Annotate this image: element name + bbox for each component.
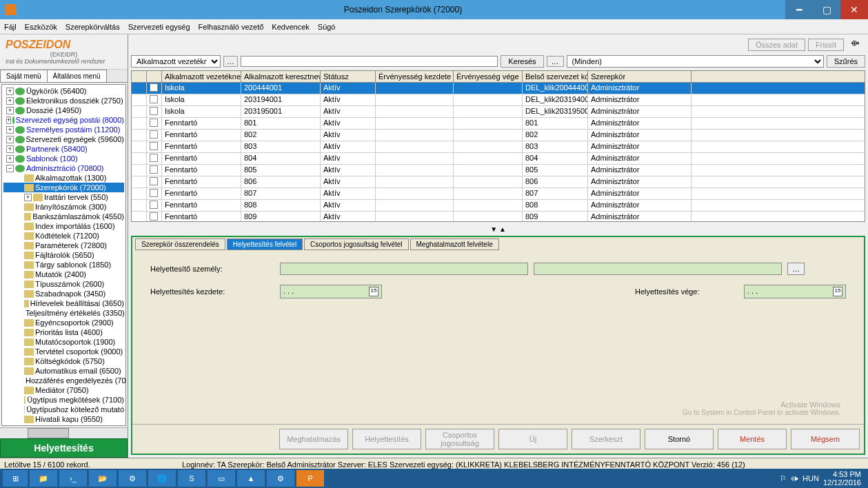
menu-fájl[interactable]: Fájl bbox=[4, 23, 17, 31]
table-row[interactable]: Fenntartó802Aktív802Adminisztrátor bbox=[132, 130, 865, 141]
uj-button[interactable]: Új bbox=[498, 429, 567, 449]
table-row[interactable]: Fenntartó801Aktív801Adminisztrátor bbox=[132, 118, 865, 130]
taskbar-folder[interactable]: 📂 bbox=[89, 470, 117, 487]
row-checkbox[interactable] bbox=[150, 154, 158, 162]
tree-item[interactable]: Szabadnapok (3450) bbox=[3, 289, 124, 298]
col-header[interactable]: Érvényesség vége bbox=[454, 71, 523, 82]
taskbar-app5[interactable]: ▲ bbox=[237, 470, 265, 487]
table-row[interactable]: Fenntartó807Aktív807Adminisztrátor bbox=[132, 188, 865, 200]
tab-sajat-menu[interactable]: Saját menü bbox=[0, 70, 48, 82]
tree-item[interactable]: +Ügykörök (56400) bbox=[3, 86, 124, 96]
tree-item[interactable]: +Partnerek (58400) bbox=[3, 144, 124, 154]
start-button[interactable]: ⊞ bbox=[3, 470, 28, 487]
tree-item[interactable]: +Sablonok (100) bbox=[3, 154, 124, 163]
tree-item[interactable]: +Elektronikus dossziék (2750) bbox=[3, 96, 124, 105]
tree-scrollbar[interactable] bbox=[0, 427, 128, 438]
menu-felhasználó vezető[interactable]: Felhasználó vezető bbox=[199, 23, 264, 31]
tray-network-icon[interactable]: 🕪 bbox=[791, 474, 798, 482]
taskbar-explorer[interactable]: 📁 bbox=[30, 470, 57, 487]
tree-item[interactable]: −Adminisztráció (70800) bbox=[3, 163, 124, 173]
row-checkbox[interactable] bbox=[150, 142, 158, 150]
taskbar-app1[interactable]: ⚙ bbox=[119, 470, 146, 487]
row-checkbox[interactable] bbox=[150, 201, 158, 209]
expand-icon[interactable]: + bbox=[6, 116, 11, 124]
pin-icon[interactable]: ⟴ bbox=[847, 39, 864, 51]
tree-item[interactable]: +Személyes postáim (11200) bbox=[3, 125, 124, 134]
tab-helyettesites-felvetel[interactable]: Helyettesítés felvétel bbox=[227, 238, 303, 250]
meghatalmazas-button[interactable]: Meghatalmazás bbox=[279, 429, 348, 449]
calendar-icon[interactable]: 15 bbox=[369, 287, 379, 296]
tree-item[interactable]: Költségkódok (5750) bbox=[3, 356, 124, 366]
table-row[interactable]: Iskola203195001AktívDEL_klik203195001Adm… bbox=[132, 106, 865, 118]
tab-altalanos-menu[interactable]: Általános menü bbox=[47, 70, 107, 82]
menu-szerepkörváltás[interactable]: Szerepkörváltás bbox=[65, 23, 120, 31]
col-header[interactable]: Érvényesség kezdete bbox=[376, 71, 454, 82]
expand-icon[interactable]: + bbox=[6, 107, 14, 114]
csoportos-jog-button[interactable]: Csoportos jogosultság bbox=[425, 429, 494, 449]
row-checkbox[interactable] bbox=[150, 212, 158, 221]
tree-item[interactable]: Főnyilvántartó (13300) bbox=[3, 424, 124, 426]
tree-item[interactable]: +Dosszié (14950) bbox=[3, 105, 124, 115]
person-lookup-button[interactable]: … bbox=[787, 263, 805, 275]
data-grid[interactable]: Alkalmazott vezetékneveAlkalmazott keres… bbox=[131, 70, 865, 222]
osszes-adat-button[interactable]: Összes adat bbox=[748, 39, 805, 51]
row-checkbox[interactable] bbox=[150, 165, 158, 174]
table-row[interactable]: Fenntartó806Aktív806Adminisztrátor bbox=[132, 176, 865, 188]
menu-eszközök[interactable]: Eszközök bbox=[25, 23, 57, 31]
tree-item[interactable]: Bankszámlaszámok (4550) bbox=[3, 212, 124, 221]
col-header[interactable]: Szerepkör bbox=[588, 71, 692, 82]
expand-icon[interactable]: − bbox=[6, 165, 14, 172]
row-checkbox[interactable] bbox=[150, 107, 158, 115]
expand-icon[interactable]: + bbox=[6, 126, 14, 134]
row-checkbox[interactable] bbox=[150, 119, 158, 127]
close-button[interactable]: ✕ bbox=[840, 0, 868, 19]
expand-icon[interactable]: + bbox=[6, 97, 14, 105]
tree-item[interactable]: Paraméterek (72800) bbox=[3, 241, 124, 250]
tree-item[interactable]: Szerepkörök (72000) bbox=[3, 183, 124, 192]
col-header[interactable]: Státusz bbox=[321, 71, 376, 82]
storno-button[interactable]: Stornó bbox=[645, 429, 714, 449]
frissit-button[interactable]: Frissít bbox=[808, 39, 844, 51]
calendar-icon[interactable]: 15 bbox=[833, 287, 842, 296]
col-header[interactable]: Belső szervezet kódja bbox=[523, 71, 588, 82]
tab-szerepkor-osszerendeles[interactable]: Szerepkör összerendelés bbox=[135, 238, 225, 250]
tree-item[interactable]: Mutatók (2400) bbox=[3, 270, 124, 279]
end-date-input[interactable]: . . . 15 bbox=[744, 285, 846, 298]
tree-item[interactable]: +Irattári tervek (550) bbox=[3, 192, 124, 202]
taskbar-app4[interactable]: ▭ bbox=[208, 470, 235, 487]
person-input-1[interactable] bbox=[280, 263, 528, 275]
tree-item[interactable]: Index importálás (1600) bbox=[3, 221, 124, 231]
tree-item[interactable]: Hivatali kapu (9550) bbox=[3, 414, 124, 424]
tree-item[interactable]: Ügytípushoz kötelező mutató bbox=[3, 405, 124, 414]
tree-item[interactable]: Alkalmazottak (1300) bbox=[3, 173, 124, 183]
expand-icon[interactable]: + bbox=[6, 155, 14, 163]
maximize-button[interactable]: ▢ bbox=[813, 0, 840, 19]
tree-item[interactable]: Hírlevelek beállításai (3650) bbox=[3, 298, 124, 308]
szures-button[interactable]: Szűrés bbox=[827, 55, 865, 68]
helyettesites-button[interactable]: Helyettesítés bbox=[0, 438, 128, 458]
tree-item[interactable]: Ügytípus megkötések (7100) bbox=[3, 395, 124, 405]
menu-súgó[interactable]: Súgó bbox=[318, 23, 336, 31]
tree-item[interactable]: Mediátor (7050) bbox=[3, 385, 124, 395]
table-row[interactable]: Iskola200444001AktívDEL_klik200444001Adm… bbox=[132, 83, 865, 94]
taskbar-poszeidon[interactable]: P bbox=[296, 470, 324, 487]
table-row[interactable]: Fenntartó803Aktív803Adminisztrátor bbox=[132, 141, 865, 153]
row-checkbox[interactable] bbox=[150, 177, 158, 185]
nav-tree[interactable]: +Ügykörök (56400)+Elektronikus dossziék … bbox=[1, 84, 126, 426]
tree-item[interactable]: +Szervezeti egység postái (8000) bbox=[3, 115, 124, 125]
tree-item[interactable]: Automatikus email (6500) bbox=[3, 366, 124, 376]
expand-icon[interactable]: + bbox=[6, 88, 14, 95]
expand-icon[interactable]: + bbox=[24, 194, 32, 201]
table-row[interactable]: Iskola203194001AktívDEL_klik203194001Adm… bbox=[132, 94, 865, 106]
filter-text-input[interactable] bbox=[241, 56, 498, 67]
col-header[interactable]: Alkalmazott keresztneve bbox=[241, 71, 321, 82]
filter-field-select[interactable]: Alkalmazott vezetékneve bbox=[131, 55, 221, 68]
person-input-2[interactable] bbox=[534, 263, 782, 275]
tree-item[interactable]: Fájltárolók (5650) bbox=[3, 250, 124, 260]
table-row[interactable]: Fenntartó805Aktív805Adminisztrátor bbox=[132, 165, 865, 176]
tree-item[interactable]: Mutatócsoportok (1900) bbox=[3, 337, 124, 347]
tree-item[interactable]: Egyéncsoportok (2900) bbox=[3, 318, 124, 327]
tree-item[interactable]: Típusszámok (2600) bbox=[3, 279, 124, 289]
search-button[interactable]: Keresés bbox=[501, 55, 543, 68]
taskbar-powershell[interactable]: ›_ bbox=[59, 470, 87, 487]
